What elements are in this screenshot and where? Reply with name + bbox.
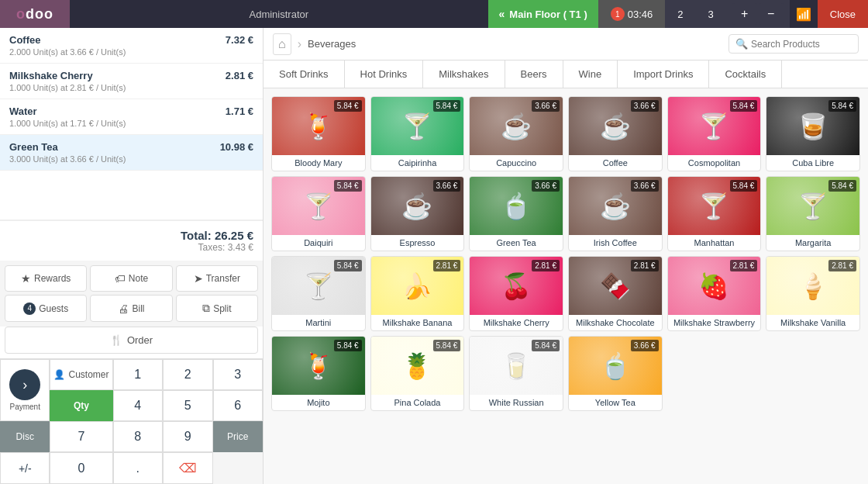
product-card-manhattan[interactable]: 5.84 € 🍸 Manhattan xyxy=(667,176,762,251)
num-key-backspace[interactable]: ⌫ xyxy=(163,452,213,484)
product-card-daiquiri[interactable]: 5.84 € 🍸 Daiquiri xyxy=(271,176,366,251)
transfer-button[interactable]: ➤ Transfer xyxy=(176,265,258,292)
num-key-1[interactable]: 1 xyxy=(113,359,164,390)
item-detail-coffee: 2.000 Unit(s) at 3.66 € / Unit(s) xyxy=(9,47,126,57)
product-price: 3.66 € xyxy=(631,180,659,192)
num-key-0[interactable]: 0 xyxy=(50,452,112,484)
product-card-pina-colada[interactable]: 5.84 € 🍍 Pina Colada xyxy=(370,336,465,411)
floor-tab[interactable]: « Main Floor ( T1 ) xyxy=(488,0,598,28)
num-key-8[interactable]: 8 xyxy=(113,421,164,452)
remove-table-button[interactable]: − xyxy=(759,3,784,25)
note-button[interactable]: 🏷 Note xyxy=(90,265,172,292)
product-name: Daiquiri xyxy=(272,235,365,251)
item-price-green-tea: 10.98 € xyxy=(220,141,253,153)
num-key-plusminus[interactable]: +/- xyxy=(0,452,50,484)
order-item-milkshake-cherry[interactable]: Milkshake Cherry 1.000 Unit(s) at 2.81 €… xyxy=(0,64,263,99)
top-actions: + − xyxy=(726,3,790,25)
bill-label: Bill xyxy=(132,303,144,314)
product-name: Bloody Mary xyxy=(272,155,365,171)
product-card-green-tea[interactable]: 3.66 € 🍵 Green Tea xyxy=(469,176,563,251)
product-name: Martini xyxy=(272,315,365,330)
num-key-dot[interactable]: . xyxy=(113,452,164,484)
product-card-white-russian[interactable]: 5.84 € 🥛 White Russian xyxy=(469,336,563,411)
product-name: Margarita xyxy=(766,235,859,251)
qty-button[interactable]: Qty xyxy=(50,390,112,421)
cat-tab-hot-drinks[interactable]: Hot Drinks xyxy=(345,60,424,88)
product-card-cuba-libre[interactable]: 5.84 € 🥃 Cuba Libre xyxy=(766,96,860,171)
num-key-7[interactable]: 7 xyxy=(50,421,112,452)
bill-button[interactable]: 🖨 Bill xyxy=(90,295,172,322)
order-button[interactable]: 🍴 Order xyxy=(5,327,258,354)
search-input[interactable] xyxy=(751,39,852,50)
close-button[interactable]: Close xyxy=(818,0,868,28)
num-key-3[interactable]: 3 xyxy=(213,359,264,390)
num-key-5[interactable]: 5 xyxy=(163,390,213,421)
product-name: Mojito xyxy=(272,395,365,410)
num-key-6[interactable]: 6 xyxy=(213,390,264,421)
customer-button[interactable]: 👤 Customer xyxy=(50,359,112,390)
product-card-milkshake-cherry[interactable]: 2.81 € 🍒 Milkshake Cherry xyxy=(469,256,563,331)
product-card-coffee[interactable]: 3.66 € ☕ Coffee xyxy=(568,96,663,171)
disc-button[interactable]: Disc xyxy=(0,421,50,452)
product-card-martini[interactable]: 5.84 € 🍸 Martini xyxy=(271,256,366,331)
note-icon: 🏷 xyxy=(115,272,126,285)
table-tab-1[interactable]: 1 03:46 xyxy=(598,0,666,28)
product-name: Pina Colada xyxy=(371,395,464,410)
num-key-2[interactable]: 2 xyxy=(163,359,213,390)
note-label: Note xyxy=(129,273,148,284)
item-price-milkshake-cherry: 2.81 € xyxy=(226,70,253,81)
num-key-4[interactable]: 4 xyxy=(113,390,164,421)
product-name: Caipirinha xyxy=(371,155,464,171)
cat-tab-wine[interactable]: Wine xyxy=(563,60,618,88)
product-card-margarita[interactable]: 5.84 € 🍸 Margarita xyxy=(766,176,860,251)
order-item-water[interactable]: Water 1.000 Unit(s) at 1.71 € / Unit(s) … xyxy=(0,99,263,135)
tax-line: Taxes: 3.43 € xyxy=(9,242,253,253)
transfer-label: Transfer xyxy=(206,273,240,284)
product-card-capuccino[interactable]: 3.66 € ☕ Capuccino xyxy=(469,96,563,171)
price-label: Price xyxy=(227,431,248,442)
item-detail-green-tea: 3.000 Unit(s) at 3.66 € / Unit(s) xyxy=(9,154,126,164)
num-key-9[interactable]: 9 xyxy=(163,421,213,452)
table-tab-2[interactable]: 2 xyxy=(665,0,695,28)
product-price: 2.81 € xyxy=(730,260,758,271)
product-card-espresso[interactable]: 3.66 € ☕ Espresso xyxy=(370,176,465,251)
price-button[interactable]: Price xyxy=(213,421,264,452)
product-card-caipirinha[interactable]: 5.84 € 🍸 Caipirinha xyxy=(370,96,465,171)
cat-tab-beers[interactable]: Beers xyxy=(505,60,563,88)
product-card-cosmopolitan[interactable]: 5.84 € 🍸 Cosmopolitan xyxy=(667,96,762,171)
table-tab-3[interactable]: 3 xyxy=(696,0,726,28)
payment-cell: › Payment xyxy=(0,359,50,421)
rewards-button[interactable]: ★ Rewards xyxy=(5,265,87,292)
product-card-bloody-mary[interactable]: 5.84 € 🍹 Bloody Mary xyxy=(271,96,366,171)
cat-tab-soft-drinks[interactable]: Soft Drinks xyxy=(264,60,345,88)
product-card-mojito[interactable]: 5.84 € 🍹 Mojito xyxy=(271,336,366,411)
product-name: Green Tea xyxy=(470,235,563,251)
guests-button[interactable]: 4 Guests xyxy=(5,295,87,322)
home-button[interactable]: ⌂ xyxy=(273,33,291,55)
product-card-milkshake-vanilla[interactable]: 2.81 € 🍦 Milkshake Vanilla xyxy=(766,256,860,331)
table-badge-1: 1 xyxy=(611,7,625,21)
payment-button[interactable]: › xyxy=(9,369,40,400)
product-price: 3.66 € xyxy=(532,180,560,192)
product-card-milkshake-banana[interactable]: 2.81 € 🍌 Milkshake Banana xyxy=(370,256,465,331)
split-label: Split xyxy=(213,303,231,314)
product-price: 2.81 € xyxy=(433,260,461,271)
breadcrumb-separator: › xyxy=(298,37,301,51)
product-card-milkshake-chocolate[interactable]: 2.81 € 🍫 Milkshake Chocolate xyxy=(568,256,663,331)
cat-tab-cocktails[interactable]: Cocktails xyxy=(709,60,782,88)
order-item-green-tea[interactable]: Green Tea 3.000 Unit(s) at 3.66 € / Unit… xyxy=(0,135,263,171)
item-name-water: Water xyxy=(9,105,126,117)
product-card-milkshake-strawberry[interactable]: 2.81 € 🍓 Milkshake Strawberry xyxy=(667,256,762,331)
cat-tab-import-drinks[interactable]: Import Drinks xyxy=(618,60,709,88)
order-item-coffee[interactable]: Coffee 2.000 Unit(s) at 3.66 € / Unit(s)… xyxy=(0,28,263,64)
add-table-button[interactable]: + xyxy=(732,3,757,25)
product-card-yellow-tea[interactable]: 3.66 € 🍵 Yellow Tea xyxy=(568,336,663,411)
cat-tab-milkshakes[interactable]: Milkshakes xyxy=(423,60,505,88)
product-price: 5.84 € xyxy=(334,340,362,351)
product-name: White Russian xyxy=(470,395,563,410)
product-name: Irish Coffee xyxy=(569,235,662,251)
product-card-irish-coffee[interactable]: 3.66 € ☕ Irish Coffee xyxy=(568,176,663,251)
product-price: 5.84 € xyxy=(730,180,758,192)
split-button[interactable]: ⧉ Split xyxy=(176,295,258,322)
product-price: 5.84 € xyxy=(334,180,362,192)
